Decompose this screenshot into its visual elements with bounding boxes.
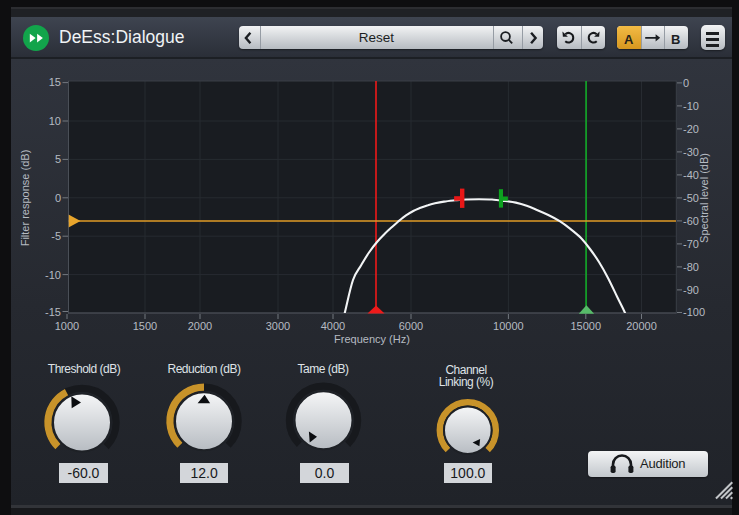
svg-text:-5: -5: [51, 230, 61, 242]
svg-text:0: 0: [55, 192, 61, 204]
svg-text:-90: -90: [683, 284, 699, 296]
svg-text:-10: -10: [45, 269, 61, 281]
svg-text:6000: 6000: [399, 320, 423, 332]
svg-text:Filter response (dB): Filter response (dB): [19, 150, 31, 247]
svg-text:10000: 10000: [493, 320, 524, 332]
svg-text:15: 15: [49, 76, 61, 88]
svg-text:5: 5: [55, 153, 61, 165]
svg-text:Frequency (Hz): Frequency (Hz): [334, 333, 410, 345]
svg-text:20000: 20000: [626, 320, 657, 332]
svg-text:1000: 1000: [55, 320, 79, 332]
svg-text:10: 10: [49, 115, 61, 127]
svg-text:-15: -15: [45, 306, 61, 318]
svg-text:-100: -100: [683, 306, 705, 318]
svg-text:-10: -10: [683, 100, 699, 112]
svg-text:3000: 3000: [266, 320, 290, 332]
svg-text:2000: 2000: [188, 320, 212, 332]
svg-text:4000: 4000: [321, 320, 345, 332]
svg-text:-20: -20: [683, 123, 699, 135]
svg-text:Spectral level (dB): Spectral level (dB): [698, 153, 710, 243]
svg-text:-80: -80: [683, 261, 699, 273]
svg-text:1500: 1500: [133, 320, 157, 332]
svg-text:15000: 15000: [571, 320, 602, 332]
svg-text:0: 0: [683, 77, 689, 89]
